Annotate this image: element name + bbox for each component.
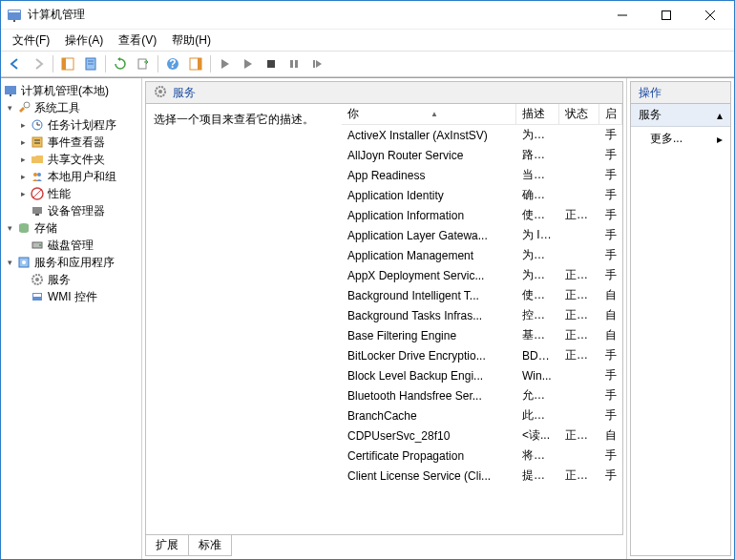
svc-state: 正在...: [559, 347, 599, 363]
tree-root[interactable]: 计算机管理(本地): [3, 82, 139, 99]
svc-desc: 为通...: [516, 247, 559, 263]
tree-task-scheduler[interactable]: ▸ 任务计划程序: [3, 116, 139, 134]
table-row[interactable]: Certificate Propagation将用...手: [342, 446, 622, 466]
svg-line-33: [32, 189, 42, 198]
chevron-right-icon[interactable]: ▸: [16, 170, 30, 183]
properties-icon[interactable]: [80, 53, 101, 74]
table-row[interactable]: Application Information使用...正在...手: [342, 205, 622, 225]
table-row[interactable]: Background Intelligent T...使用...正在...自: [342, 285, 622, 305]
toolbar-play-icon[interactable]: [215, 53, 236, 74]
svc-state: 正在...: [559, 307, 599, 323]
close-button[interactable]: [688, 1, 732, 30]
tree-performance[interactable]: ▸ 性能: [3, 185, 139, 202]
table-row[interactable]: AllJoyn Router Service路由...手: [342, 145, 622, 165]
menu-view[interactable]: 查看(V): [111, 31, 164, 51]
back-button[interactable]: [5, 53, 26, 74]
chevron-down-icon[interactable]: ▾: [3, 101, 16, 114]
toolbar-restart-icon[interactable]: [306, 53, 327, 74]
tabs: 扩展 标准: [145, 535, 623, 556]
toolbar-play2-icon[interactable]: [238, 53, 259, 74]
svc-name: ActiveX Installer (AxInstSV): [342, 129, 516, 142]
show-hide-icon[interactable]: [57, 53, 78, 74]
col-start[interactable]: 启: [599, 104, 622, 124]
svc-desc: 为部...: [516, 267, 559, 283]
chevron-down-icon[interactable]: ▾: [3, 221, 16, 235]
tree-panel: 计算机管理(本地) ▾ 系统工具 ▸ 任务计划程序 ▸ 事件查看器 ▸ 共享文件…: [1, 78, 142, 559]
services-apps-icon: [16, 255, 32, 270]
action-pane-icon[interactable]: [185, 53, 206, 74]
tree-local-users[interactable]: ▸ 本地用户和组: [3, 168, 139, 185]
svc-start: 自: [599, 327, 622, 343]
table-row[interactable]: BitLocker Drive Encryptio...BDE...正在...手: [342, 345, 622, 365]
svc-name: AppX Deployment Servic...: [342, 269, 516, 282]
tab-extended[interactable]: 扩展: [145, 535, 189, 556]
svc-state: 正在...: [559, 327, 599, 343]
svc-name: BitLocker Drive Encryptio...: [342, 349, 516, 363]
svc-start: 手: [599, 387, 622, 404]
table-row[interactable]: ActiveX Installer (AxInstSV)为从 ...手: [342, 125, 622, 145]
chevron-right-icon[interactable]: ▸: [16, 187, 30, 200]
table-row[interactable]: Bluetooth Handsfree Ser...允许...手: [342, 385, 622, 405]
svc-name: Bluetooth Handsfree Ser...: [342, 389, 516, 403]
chevron-right-icon[interactable]: ▸: [16, 153, 30, 166]
col-desc[interactable]: 描述: [516, 104, 559, 124]
table-row[interactable]: Application Identity确定...手: [342, 185, 622, 205]
toolbar-pause-icon[interactable]: [284, 53, 304, 74]
table-row[interactable]: Base Filtering Engine基本...正在...自: [342, 325, 622, 345]
table-row[interactable]: Application Layer Gatewa...为 In...手: [342, 225, 622, 245]
svc-desc: 路由...: [516, 147, 559, 163]
action-more[interactable]: 更多... ▸: [631, 127, 730, 151]
svc-start: 手: [599, 467, 622, 484]
storage-icon: [16, 220, 32, 236]
tree-event-viewer[interactable]: ▸ 事件查看器: [3, 134, 139, 151]
table-row[interactable]: App Readiness当用...手: [342, 165, 622, 185]
table-row[interactable]: Client License Service (Cli...提供...正在...…: [342, 466, 622, 486]
svc-name: Background Tasks Infras...: [342, 309, 516, 322]
service-rows: ActiveX Installer (AxInstSV)为从 ...手AllJo…: [342, 125, 622, 534]
svg-rect-22: [10, 94, 11, 96]
export-icon[interactable]: [133, 53, 154, 74]
refresh-icon[interactable]: [110, 53, 131, 74]
menu-action[interactable]: 操作(A): [57, 31, 111, 51]
col-state[interactable]: 状态: [559, 104, 599, 124]
tree-shared-folders[interactable]: ▸ 共享文件夹: [3, 151, 139, 168]
svc-desc: Win...: [516, 369, 559, 383]
chevron-right-icon: ▸: [717, 133, 723, 146]
toolbar-stop-icon[interactable]: [261, 53, 282, 74]
menu-file[interactable]: 文件(F): [5, 31, 57, 51]
svc-state: 正在...: [559, 207, 599, 223]
table-row[interactable]: AppX Deployment Servic...为部...正在...手: [342, 265, 622, 285]
svg-text:?: ?: [169, 57, 176, 71]
toolbar: ?: [1, 51, 734, 77]
table-row[interactable]: BranchCache此服...手: [342, 405, 622, 425]
svc-name: Block Level Backup Engi...: [342, 369, 516, 383]
table-row[interactable]: CDPUserSvc_28f10<读...正在...自: [342, 425, 622, 446]
menu-help[interactable]: 帮助(H): [164, 31, 219, 51]
chevron-right-icon[interactable]: ▸: [16, 118, 30, 132]
svg-rect-21: [5, 86, 16, 94]
tree-services[interactable]: 服务: [3, 271, 139, 288]
actions-sub-services[interactable]: 服务 ▴: [631, 104, 730, 127]
tree-storage[interactable]: ▾ 存储: [3, 219, 139, 237]
tree-device-manager[interactable]: 设备管理器: [3, 202, 139, 219]
help-icon[interactable]: ?: [162, 53, 183, 74]
svc-name: Client License Service (Cli...: [342, 469, 516, 483]
tree-services-apps[interactable]: ▾ 服务和应用程序: [3, 254, 139, 271]
table-row[interactable]: Application Management为通...手: [342, 245, 622, 265]
tab-standard[interactable]: 标准: [188, 535, 232, 556]
col-name[interactable]: 你▲: [342, 104, 516, 124]
svc-state: 正在...: [559, 287, 599, 303]
chevron-down-icon[interactable]: ▾: [3, 256, 16, 269]
tree-disk-mgmt[interactable]: 磁盘管理: [3, 237, 139, 254]
tree-system-tools[interactable]: ▾ 系统工具: [3, 99, 139, 116]
maximize-button[interactable]: [644, 1, 688, 30]
forward-button[interactable]: [28, 53, 49, 74]
table-row[interactable]: Block Level Backup Engi...Win...手: [342, 365, 622, 385]
tree-wmi[interactable]: WMI 控件: [3, 288, 139, 305]
svc-desc: 当用...: [516, 167, 559, 183]
svg-rect-20: [313, 60, 315, 68]
action-panel: 操作 服务 ▴ 更多... ▸: [627, 78, 734, 559]
minimize-button[interactable]: [600, 1, 644, 30]
table-row[interactable]: Background Tasks Infras...控制...正在...自: [342, 305, 622, 325]
chevron-right-icon[interactable]: ▸: [16, 135, 30, 149]
